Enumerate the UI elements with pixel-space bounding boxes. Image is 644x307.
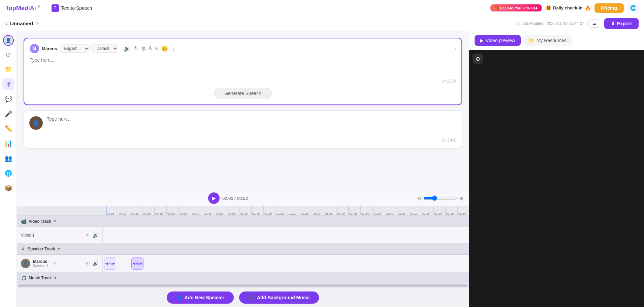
more-icon[interactable]: ⋮ xyxy=(171,45,176,52)
add-speaker-icon: 👤 xyxy=(176,295,182,300)
ruler-mark-0155: 01:55 xyxy=(373,206,385,215)
expand-button[interactable]: › xyxy=(454,45,456,52)
top-nav-right: 🎁 Back-to-You 70% OFF 🎁 Daily check-in 🔥… xyxy=(490,3,639,13)
editor-area: M Marcus English... Default 🔊 ⏱ ⚙ A ∞ xyxy=(17,31,469,190)
speaker-track-caret[interactable]: ▼ xyxy=(57,247,60,251)
marcus-track-sub: Speaker 1 xyxy=(33,264,49,268)
sidebar-folder-icon[interactable]: 📁 xyxy=(2,63,14,75)
sidebar-people-icon[interactable]: 👥 xyxy=(2,152,14,164)
ruler-mark-0200: 02:00 xyxy=(385,206,397,215)
video-track-caret[interactable]: ▼ xyxy=(53,219,57,223)
back-button[interactable]: ‹ xyxy=(5,20,7,27)
emoji-icon[interactable]: 😊 xyxy=(161,45,168,52)
cloud-save-button[interactable]: ☁ xyxy=(588,19,600,28)
user-avatar[interactable]: 👤 xyxy=(3,35,14,46)
timeline-section: ▶ 00:00 / 00:22 ⊖ ⊕ 00:05 xyxy=(17,190,469,288)
marcus-controls: 👁 🔊 xyxy=(85,261,98,266)
second-bar-left: ‹ Unnamed ✎ xyxy=(5,20,40,27)
ruler-mark-0025: 00:25 xyxy=(154,206,166,215)
sidebar-table-icon[interactable]: 📊 xyxy=(2,137,14,150)
speaker2-text-input[interactable] xyxy=(47,116,456,136)
camera-icon: 📹 xyxy=(21,219,27,224)
nav-divider xyxy=(46,5,46,11)
add-background-music-button[interactable]: 🎵 Add Background Music xyxy=(239,291,319,304)
ruler-mark-0210: 02:10 xyxy=(409,206,421,215)
ruler-mark-0030: 00:30 xyxy=(166,206,179,215)
video1-content[interactable] xyxy=(103,227,469,243)
ruler-mark-0230: 02:30 xyxy=(457,206,469,215)
generate-speech-button[interactable]: Generate Speech xyxy=(214,88,272,99)
download-icon: ⬇ xyxy=(611,21,615,26)
speaker-header-1: M Marcus English... Default 🔊 ⏱ ⚙ A ∞ xyxy=(30,44,456,53)
scrollbar-thumb[interactable] xyxy=(18,284,468,287)
sidebar-chat-icon[interactable]: 💬 xyxy=(2,93,14,105)
settings-icon[interactable]: ⚙ xyxy=(141,45,146,52)
speaker-card-1: M Marcus English... Default 🔊 ⏱ ⚙ A ∞ xyxy=(24,38,462,105)
folder-icon-tab: 📁 xyxy=(529,38,535,43)
timer-icon[interactable]: ⏱ xyxy=(133,45,138,52)
link-icon[interactable]: ∞ xyxy=(155,45,158,52)
music-track-caret[interactable]: ▼ xyxy=(54,276,57,280)
marcus-track-content[interactable]: ◀ AI ▶ ◀ AI ▶ xyxy=(103,255,469,272)
font-icon[interactable]: A xyxy=(149,45,152,52)
volume-icon-video[interactable]: 🔊 xyxy=(93,233,98,238)
promo-badge[interactable]: 🎁 Back-to-You 70% OFF xyxy=(490,4,542,11)
ruler-mark-0140: 01:40 xyxy=(336,206,348,215)
sidebar-box-icon[interactable]: 📦 xyxy=(2,182,14,194)
music-track-label: Music Track xyxy=(29,276,52,280)
zoom-in-button[interactable]: ⊕ xyxy=(459,195,463,202)
marcus-edit-button[interactable]: ✎ xyxy=(51,260,58,267)
timeline-scrollbar[interactable] xyxy=(17,283,469,288)
edit-project-name-icon[interactable]: ✎ xyxy=(36,21,40,26)
marcus-track-info: Marcus Speaker 1 xyxy=(33,259,49,268)
volume-icon-marcus[interactable]: 🔊 xyxy=(93,261,98,266)
video-preview-tab[interactable]: ▶ Video preview xyxy=(475,35,521,46)
sidebar-mic-icon[interactable]: 🎤 xyxy=(2,108,14,120)
speaker2-text-wrap: 0 / 2000 xyxy=(47,116,456,143)
pricing-button[interactable]: Pricing xyxy=(594,3,624,13)
speaker1-toolbar: 🔊 ⏱ ⚙ A ∞ 😊 ⋮ xyxy=(124,45,176,52)
ruler-mark-0050: 00:50 xyxy=(215,206,227,215)
sidebar-home-icon[interactable]: ⊙ xyxy=(2,49,14,61)
ruler-mark-0130: 01:30 xyxy=(312,206,324,215)
speaker1-text-input[interactable] xyxy=(30,57,456,78)
sidebar-globe-icon[interactable]: 🌐 xyxy=(2,167,14,179)
ruler-mark-0010: 00:10 xyxy=(118,206,130,215)
eye-icon[interactable]: 👁 xyxy=(85,233,90,238)
zoom-out-button[interactable]: ⊖ xyxy=(417,195,421,202)
app-title: T Text to Speech xyxy=(52,4,92,12)
ruler-mark-0045: 00:45 xyxy=(203,206,215,215)
ruler-mark-0110: 01:10 xyxy=(263,206,276,215)
play-button[interactable]: ▶ xyxy=(208,192,220,204)
speaker2-content: 👤 0 / 2000 xyxy=(29,116,456,143)
volume-icon[interactable]: 🔊 xyxy=(124,45,130,52)
play-icon-tab: ▶ xyxy=(480,38,484,43)
video1-row: Video 1 👁 🔊 xyxy=(17,227,469,243)
export-button[interactable]: ⬇ Export xyxy=(604,18,639,29)
marcus-track-name: Marcus xyxy=(33,259,49,264)
speaker2-avatar: 👤 xyxy=(29,116,43,130)
ruler-inner: 00:05 00:10 00:15 00:20 00:25 00:30 00:3… xyxy=(17,206,469,215)
my-resources-tab[interactable]: 📁 My Resources xyxy=(523,35,572,46)
ruler-mark-0215: 02:15 xyxy=(421,206,433,215)
marcus-audio-block-2[interactable]: ◀ AI ▶ xyxy=(131,257,143,270)
tracks-container: 📹 Video Track ▼ Video 1 👁 🔊 xyxy=(17,216,469,283)
video-track-label: Video Track xyxy=(29,219,51,224)
eye-icon-marcus[interactable]: 👁 xyxy=(85,261,90,266)
marcus-audio-block-1[interactable]: ◀ AI ▶ xyxy=(104,257,116,270)
speaker1-name: Marcus xyxy=(42,46,57,51)
add-music-icon: 🎵 xyxy=(249,295,254,300)
brand-logo[interactable]: TopMediAi ® xyxy=(5,4,40,12)
sidebar-tts-icon[interactable]: 🎙 xyxy=(2,78,14,90)
speaker1-style-select[interactable]: Default xyxy=(92,44,118,53)
add-new-speaker-button[interactable]: 👤 Add New Speaker xyxy=(167,291,234,304)
sidebar-pen-icon[interactable]: ✏️ xyxy=(2,123,14,135)
daily-checkin[interactable]: 🎁 Daily check-in 🔥 xyxy=(546,5,590,11)
language-button[interactable]: 🌐 xyxy=(628,3,639,13)
ruler-mark-0020: 00:20 xyxy=(142,206,154,215)
zoom-preview-button[interactable]: ⊕ xyxy=(473,54,483,64)
last-modified: ℹ Last Modified: 2025-01-22 15:44:37 xyxy=(517,21,584,26)
ruler-mark-0005: 00:05 xyxy=(106,206,118,215)
zoom-slider[interactable] xyxy=(423,195,457,201)
speaker1-language-select[interactable]: English... xyxy=(60,44,90,53)
